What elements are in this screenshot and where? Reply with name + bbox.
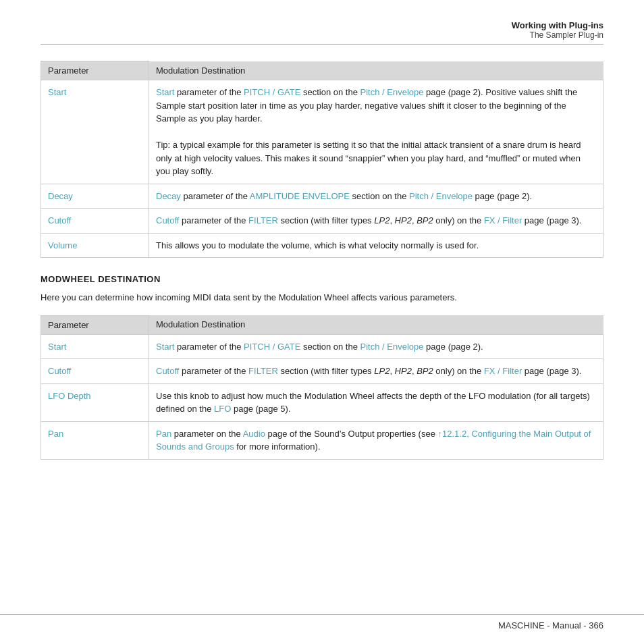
table-row: PanPan parameter on the Audio page of th… xyxy=(41,421,603,459)
page-header: Working with Plug-ins The Sampler Plug-i… xyxy=(41,20,603,45)
page-footer: MASCHINE - Manual - 366 xyxy=(0,614,644,630)
velocity-table: Parameter Modulation Destination StartSt… xyxy=(41,61,603,258)
table-row: DecayDecay parameter of the AMPLITUDE EN… xyxy=(41,184,603,209)
param-cell: Decay xyxy=(41,184,149,209)
param-cell: LFO Depth xyxy=(41,383,149,421)
desc-cell: Start parameter of the PITCH / GATE sect… xyxy=(149,334,603,359)
table1-col2-header: Modulation Destination xyxy=(149,61,603,80)
desc-cell: Decay parameter of the AMPLITUDE ENVELOP… xyxy=(149,184,603,209)
desc-cell: Cutoff parameter of the FILTER section (… xyxy=(149,209,603,234)
modwheel-section-heading: MODWHEEL DESTINATION xyxy=(41,274,603,284)
desc-cell: This allows you to modulate the volume, … xyxy=(149,233,603,258)
table2-col2-header: Modulation Destination xyxy=(149,315,603,334)
param-label: Cutoff xyxy=(48,366,71,376)
param-label: Volume xyxy=(48,240,77,250)
param-label: Decay xyxy=(48,191,73,201)
table-row: CutoffCutoff parameter of the FILTER sec… xyxy=(41,209,603,234)
param-label: Start xyxy=(48,87,66,97)
modwheel-section-intro: Here you can determine how incoming MIDI… xyxy=(41,291,603,304)
desc-cell: Cutoff parameter of the FILTER section (… xyxy=(149,359,603,384)
desc-cell: Start parameter of the PITCH / GATE sect… xyxy=(149,80,603,184)
desc-cell: Use this knob to adjust how much the Mod… xyxy=(149,383,603,421)
param-label: Start xyxy=(48,342,66,352)
param-cell: Pan xyxy=(41,421,149,459)
table-row: LFO DepthUse this knob to adjust how muc… xyxy=(41,383,603,421)
param-label: Pan xyxy=(48,429,63,439)
param-label: Cutoff xyxy=(48,215,71,225)
table-row: CutoffCutoff parameter of the FILTER sec… xyxy=(41,359,603,384)
param-cell: Start xyxy=(41,334,149,359)
page: Working with Plug-ins The Sampler Plug-i… xyxy=(0,0,644,516)
param-cell: Start xyxy=(41,80,149,184)
param-cell: Cutoff xyxy=(41,359,149,384)
desc-cell: Pan parameter on the Audio page of the S… xyxy=(149,421,603,459)
table2-col1-header: Parameter xyxy=(41,315,149,334)
param-label: LFO Depth xyxy=(48,391,91,401)
table-row: StartStart parameter of the PITCH / GATE… xyxy=(41,80,603,184)
modwheel-table: Parameter Modulation Destination StartSt… xyxy=(41,315,603,460)
param-cell: Volume xyxy=(41,233,149,258)
table1-col1-header: Parameter xyxy=(41,61,149,80)
param-cell: Cutoff xyxy=(41,209,149,234)
table-row: StartStart parameter of the PITCH / GATE… xyxy=(41,334,603,359)
footer-text: MASCHINE - Manual - 366 xyxy=(498,620,603,630)
main-content: Parameter Modulation Destination StartSt… xyxy=(41,47,603,460)
header-title: Working with Plug-ins xyxy=(41,20,603,30)
table-row: VolumeThis allows you to modulate the vo… xyxy=(41,233,603,258)
header-subtitle: The Sampler Plug-in xyxy=(41,30,603,40)
